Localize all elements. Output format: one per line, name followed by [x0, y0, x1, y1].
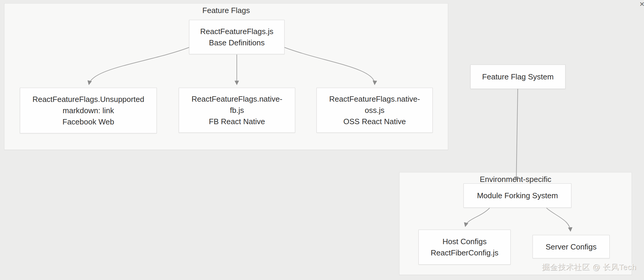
node-oss-react-native: ReactFeatureFlags.native- oss.js OSS Rea… — [317, 88, 433, 133]
node-server-configs: Server Configs — [533, 235, 610, 258]
close-icon[interactable]: × — [640, 0, 644, 9]
diagram-page: { "diagram": { "containers": { "feature_… — [0, 0, 644, 280]
node-fb-react-native: ReactFeatureFlags.native- fb.js FB React… — [179, 88, 295, 133]
node-facebook-web: ReactFeatureFlags.Unsupported markdown: … — [20, 88, 157, 133]
subgraph-environment-specific-title: Environment-specific — [399, 175, 632, 184]
watermark: 掘金技术社区 @ 长风Tech — [542, 262, 636, 272]
node-host-configs: Host Configs ReactFiberConfig.js — [418, 230, 511, 265]
subgraph-feature-flags-title: Feature Flags — [4, 6, 448, 15]
node-base-definitions: ReactFeatureFlags.js Base Definitions — [189, 20, 285, 54]
edge-ffs-to-mfs — [516, 89, 518, 180]
node-module-forking-system: Module Forking System — [464, 183, 571, 208]
node-feature-flag-system: Feature Flag System — [470, 65, 565, 89]
